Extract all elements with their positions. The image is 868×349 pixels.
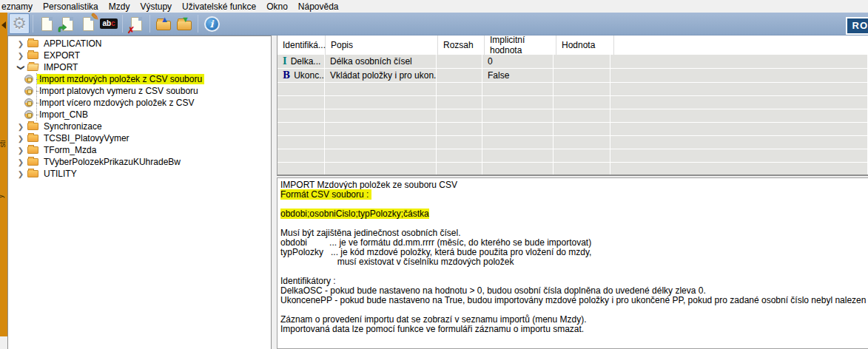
- property-row[interactable]: BUkonc...Vkládat položky i pro ukon...Fa…: [277, 69, 868, 83]
- grid-cell: [277, 83, 325, 96]
- folder-icon: [27, 146, 38, 154]
- empty-grid-row[interactable]: [277, 136, 868, 149]
- empty-grid-row[interactable]: [277, 163, 868, 176]
- empty-grid-row[interactable]: [277, 96, 868, 109]
- chevron-right-icon[interactable]: ❯: [17, 52, 24, 60]
- grid-cell: [437, 136, 482, 149]
- column-header-filler: [614, 35, 868, 55]
- function-tree-panel: ❯APPLICATION❯EXPORT❯IMPORTImport mzdovýc…: [7, 35, 272, 349]
- description-line: obdobi;osobniCislo;typPolozky;částka: [280, 209, 868, 219]
- grid-cell: [610, 163, 868, 176]
- grid-cell: [277, 109, 325, 123]
- tree-item[interactable]: ❯TCSBI_PlatovyVymer: [8, 132, 271, 144]
- column-header[interactable]: Identifiká...: [277, 35, 326, 55]
- chevron-right-icon[interactable]: ❯: [17, 158, 24, 166]
- toolbar-separator: [198, 15, 198, 33]
- column-header[interactable]: Popis: [326, 35, 438, 55]
- empty-grid-row[interactable]: [277, 123, 868, 136]
- menu-item-5[interactable]: Okno: [261, 1, 293, 13]
- grid-cell: [437, 109, 482, 123]
- tree-item[interactable]: Import_CNB: [8, 109, 271, 121]
- menu-bar: eznamyPersonalistikaMzdyVýstupyUživatels…: [0, 0, 868, 13]
- folder-open-button[interactable]: ▼: [174, 13, 195, 34]
- folder-export-button[interactable]: ▲: [153, 13, 174, 34]
- chevron-right-icon[interactable]: ❯: [17, 123, 24, 131]
- tree-item[interactable]: Import platovych vymeru z CSV souboru: [8, 85, 271, 97]
- grid-cell: [554, 149, 610, 163]
- tree-item-label: APPLICATION: [41, 38, 104, 49]
- menu-item-0[interactable]: eznamy: [1, 1, 38, 13]
- grid-cell: [610, 69, 868, 83]
- column-header[interactable]: Rozsah: [438, 35, 485, 55]
- grid-cell: [482, 149, 554, 163]
- menu-item-2[interactable]: Mzdy: [104, 1, 135, 13]
- edit-document-button[interactable]: ✎: [78, 13, 98, 34]
- import-document-button[interactable]: [57, 13, 78, 34]
- menu-item-6[interactable]: Nápověda: [293, 1, 344, 13]
- tree-item-label: Synchronizace: [41, 121, 104, 132]
- function-icon: [24, 87, 33, 95]
- menu-item-4[interactable]: Uživatelské funkce: [177, 1, 261, 13]
- menu-item-3[interactable]: Výstupy: [135, 1, 177, 13]
- grid-cell: [277, 123, 325, 136]
- grid-cell: [325, 163, 437, 176]
- settings-button[interactable]: ⚙: [9, 13, 30, 34]
- tree-item-label: TForm_Mzda: [41, 145, 98, 155]
- tree-item[interactable]: Import vícero mzdových položek z CSV: [8, 97, 271, 109]
- red-x-icon: ✗: [127, 26, 135, 35]
- folder-open-icon: ▼: [177, 21, 192, 30]
- tree-item-label: Import_CNB: [37, 109, 90, 120]
- grid-cell: 0: [482, 55, 554, 69]
- grid-cell: [325, 149, 437, 163]
- description-line: Importovaná data lze pomocí funkce ve fo…: [280, 325, 868, 334]
- property-row[interactable]: IDelka...Délka osobních čísel0: [277, 55, 868, 69]
- new-document-button[interactable]: [36, 13, 57, 34]
- folder-export-icon: ▲: [156, 21, 171, 30]
- grid-cell: False: [482, 69, 554, 83]
- grid-cell: [277, 163, 325, 176]
- tree-item[interactable]: ❯APPLICATION: [8, 38, 271, 50]
- chevron-right-icon[interactable]: ❯: [17, 40, 24, 48]
- tree-item[interactable]: Import mzdových položek z CSV souboru: [8, 73, 271, 85]
- tree-item[interactable]: ❯UTILITY: [8, 168, 271, 180]
- description-line: musí existovat v číselníku mzdových polo…: [280, 257, 868, 267]
- grid-cell: [277, 149, 325, 163]
- type-glyph-icon: I: [283, 56, 287, 67]
- abc-icon: abc: [100, 18, 117, 29]
- empty-grid-row[interactable]: [277, 149, 868, 163]
- grid-cell: [437, 83, 482, 96]
- side-tab-text-fragment: sti: [0, 140, 7, 148]
- grid-header: Identifiká...PopisRozsahImplicitní hodno…: [277, 35, 868, 55]
- grid-cell: [482, 109, 554, 123]
- delete-document-button[interactable]: ✗: [126, 13, 147, 34]
- grid-cell: [482, 83, 554, 96]
- grid-cell: [437, 149, 482, 163]
- grid-cell: [554, 55, 610, 69]
- grid-cell: [610, 123, 868, 136]
- grid-cell: [437, 123, 482, 136]
- collapsed-side-tab[interactable]: sti y: [0, 13, 7, 336]
- grid-cell: [437, 96, 482, 109]
- grid-cell: BUkonc...: [277, 69, 325, 83]
- column-header[interactable]: Implicitní hodnota: [485, 35, 556, 55]
- column-header[interactable]: Hodnota: [556, 35, 614, 55]
- tree-item[interactable]: ❯TVyberPolozekPrikazuKUhradeBw: [8, 156, 271, 168]
- chevron-right-icon[interactable]: ❯: [17, 146, 24, 155]
- folder-icon: [27, 123, 38, 130]
- abc-button[interactable]: abc: [98, 13, 119, 34]
- open-folder-icon: [27, 64, 38, 71]
- grid-cell: [610, 149, 868, 163]
- chevron-down-icon[interactable]: ❯: [17, 64, 25, 71]
- tree-item[interactable]: ❯EXPORT: [8, 50, 271, 61]
- tree-item[interactable]: ❯Synchronizace: [8, 121, 271, 132]
- grid-cell: [554, 163, 610, 176]
- tree-item[interactable]: ❯IMPORT: [8, 61, 271, 73]
- empty-grid-row[interactable]: [277, 109, 868, 123]
- description-panel: IMPORT Mzdových položek ze souboru CSVFo…: [277, 177, 868, 349]
- empty-grid-row[interactable]: [277, 83, 868, 96]
- info-button[interactable]: i: [201, 13, 222, 34]
- tree-item[interactable]: ❯TForm_Mzda: [8, 144, 271, 156]
- chevron-right-icon[interactable]: ❯: [17, 170, 24, 178]
- chevron-right-icon[interactable]: ❯: [17, 135, 24, 143]
- grid-cell: [482, 123, 554, 136]
